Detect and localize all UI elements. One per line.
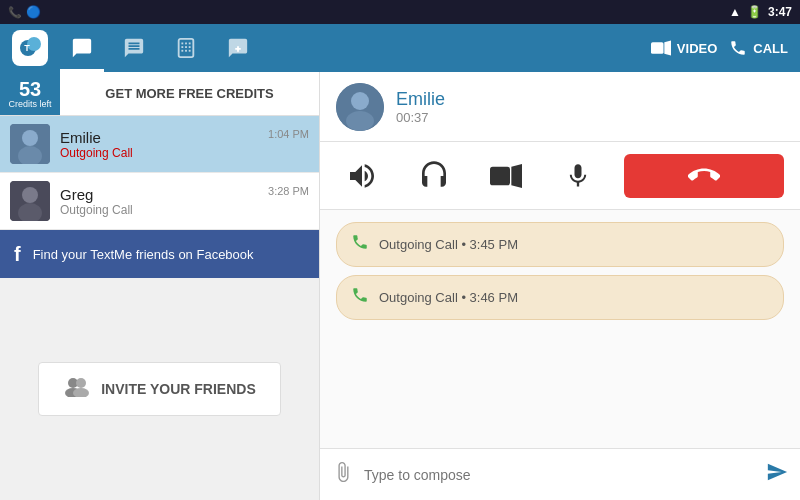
facebook-text: Find your TextMe friends on Facebook [33,247,254,262]
chat-area: Outgoing Call • 3:45 PM Outgoing Call • … [320,210,800,448]
svg-point-22 [76,378,86,388]
main-layout: 53 Credits left GET MORE FREE CREDITS Em… [0,72,800,500]
caller-info: Emilie 00:37 [396,89,784,125]
compose-bar [320,448,800,500]
outgoing-call-icon-1 [351,233,369,256]
wifi-icon: ▲ [729,5,741,19]
call-duration: 00:37 [396,110,784,125]
contact-item-greg[interactable]: Greg Outgoing Call 3:28 PM [0,173,319,230]
voip-icon: 🔵 [26,5,41,19]
phone-icon: 📞 [8,6,22,19]
status-bar-right: ▲ 🔋 3:47 [729,5,792,19]
svg-point-26 [351,92,369,110]
avatar-greg [10,181,50,221]
invite-section: INVITE YOUR FRIENDS [0,278,319,500]
facebook-icon: f [14,243,21,266]
end-call-button[interactable] [624,154,784,198]
nav-tabs [60,24,260,72]
svg-rect-7 [181,46,183,48]
compose-input[interactable] [364,467,756,483]
credits-label: Credits left [8,99,51,109]
facebook-bar[interactable]: f Find your TextMe friends on Facebook [0,230,319,278]
contact-name-emilie: Emilie [60,129,258,146]
contact-status-emilie: Outgoing Call [60,146,258,160]
call-controls [320,142,800,210]
video-toggle-button[interactable] [480,154,532,198]
invite-btn-label: INVITE YOUR FRIENDS [101,381,256,397]
svg-rect-28 [490,166,510,185]
speaker-button[interactable] [336,154,388,198]
status-bar: 📞 🔵 ▲ 🔋 3:47 [0,0,800,24]
svg-point-27 [346,111,374,131]
contact-item-emilie[interactable]: Emilie Outgoing Call 1:04 PM [0,116,319,173]
nav-right: VIDEO CALL [651,39,788,57]
time-display: 3:47 [768,5,792,19]
contact-name-greg: Greg [60,186,258,203]
tab-messages[interactable] [60,24,104,72]
caller-name: Emilie [396,89,784,110]
video-button[interactable]: VIDEO [651,40,717,56]
mute-button[interactable] [552,154,604,198]
status-bar-left: 📞 🔵 [8,5,41,19]
app-logo: T [12,30,48,66]
svg-rect-9 [189,46,191,48]
call-header: Emilie 00:37 [320,72,800,142]
svg-rect-11 [185,50,187,52]
avatar-emilie [10,124,50,164]
credits-bar: 53 Credits left GET MORE FREE CREDITS [0,72,319,116]
svg-rect-12 [189,50,191,52]
svg-point-19 [22,187,38,203]
svg-rect-10 [181,50,183,52]
caller-avatar [336,83,384,131]
tab-new-message[interactable] [216,24,260,72]
battery-icon: 🔋 [747,5,762,19]
top-nav: T [0,24,800,72]
svg-marker-14 [664,41,671,56]
svg-rect-8 [185,46,187,48]
invite-button[interactable]: INVITE YOUR FRIENDS [38,362,281,416]
headphone-button[interactable] [408,154,460,198]
contact-info-greg: Greg Outgoing Call [60,186,258,217]
svg-point-16 [22,130,38,146]
contact-info-emilie: Emilie Outgoing Call [60,129,258,160]
right-panel: Emilie 00:37 [320,72,800,500]
nav-left: T [12,24,260,72]
svg-text:T: T [24,43,30,53]
invite-icon [63,375,91,403]
svg-rect-6 [189,43,191,45]
call-button[interactable]: CALL [729,39,788,57]
get-credits-button[interactable]: GET MORE FREE CREDITS [60,72,319,115]
left-panel: 53 Credits left GET MORE FREE CREDITS Em… [0,72,320,500]
credits-count: 53 Credits left [0,72,60,115]
call-log-text-2: Outgoing Call • 3:46 PM [379,290,518,305]
contact-time-greg: 3:28 PM [268,185,309,197]
contact-status-greg: Outgoing Call [60,203,258,217]
outgoing-call-icon-2 [351,286,369,309]
tab-phone[interactable] [164,24,208,72]
credits-number: 53 [19,79,41,99]
svg-marker-29 [511,164,522,188]
svg-rect-4 [181,43,183,45]
svg-rect-5 [185,43,187,45]
call-log-text-1: Outgoing Call • 3:45 PM [379,237,518,252]
tab-chat[interactable] [112,24,156,72]
attach-icon[interactable] [332,461,354,489]
contact-time-emilie: 1:04 PM [268,128,309,140]
svg-rect-13 [651,42,664,54]
send-button[interactable] [766,461,788,488]
call-log-item-2: Outgoing Call • 3:46 PM [336,275,784,320]
call-log-item-1: Outgoing Call • 3:45 PM [336,222,784,267]
